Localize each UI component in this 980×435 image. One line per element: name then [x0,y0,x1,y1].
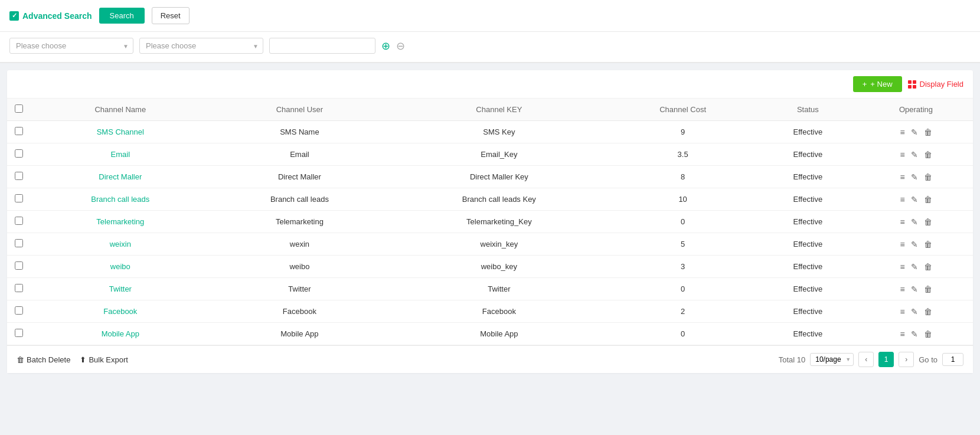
cell-status: Effective [757,143,859,166]
channel-name-link[interactable]: Twitter [109,284,132,293]
current-page-number[interactable]: 1 [878,352,894,367]
channel-name-link[interactable]: weixin [110,240,131,248]
col-status: Status [757,99,859,121]
cell-channel-user: Email [210,143,390,166]
detail-icon[interactable]: ≡ [900,262,904,272]
delete-icon[interactable]: 🗑 [924,329,932,339]
filter-select-2[interactable]: Please choose [139,38,263,54]
batch-delete-button[interactable]: 🗑 Batch Delete [17,355,70,364]
delete-icon[interactable]: 🗑 [924,172,932,182]
row-checkbox[interactable] [15,306,23,315]
cell-status: Effective [757,300,859,323]
cell-channel-key: Twitter [389,278,609,300]
footer-bar: 🗑 Batch Delete ⬆ Bulk Export Total 10 10… [7,345,973,373]
reset-button[interactable]: Reset [152,7,190,24]
edit-icon[interactable]: ✎ [911,262,918,272]
row-checkbox[interactable] [15,239,23,247]
cell-channel-user: SMS Name [210,121,390,143]
table-row: Twitter Twitter Twitter 0 Effective ≡ ✎ … [7,278,973,300]
row-checkbox-cell [7,233,31,256]
detail-icon[interactable]: ≡ [900,150,904,159]
edit-icon[interactable]: ✎ [911,195,918,204]
cell-operating: ≡ ✎ 🗑 [859,188,973,211]
detail-icon[interactable]: ≡ [900,195,904,204]
per-page-wrapper: 10/page 20/page 50/page [810,353,854,366]
edit-icon[interactable]: ✎ [911,240,918,249]
col-channel-cost: Channel Cost [609,99,757,121]
delete-icon[interactable]: 🗑 [924,217,932,227]
channel-name-link[interactable]: Mobile App [102,329,139,338]
goto-input[interactable] [942,353,963,366]
cell-operating: ≡ ✎ 🗑 [859,166,973,188]
detail-icon[interactable]: ≡ [900,172,904,182]
delete-icon[interactable]: 🗑 [924,150,932,159]
row-checkbox[interactable] [15,329,23,337]
col-channel-name: Channel Name [31,99,210,121]
cell-channel-name: Facebook [31,300,210,323]
cell-channel-user: Telemarketing [210,211,390,233]
channel-name-link[interactable]: Direct Maller [99,172,142,181]
bulk-export-button[interactable]: ⬆ Bulk Export [80,355,128,364]
row-checkbox[interactable] [15,261,23,270]
channel-name-link[interactable]: Facebook [103,307,137,316]
table-row: Direct Maller Direct Maller Direct Malle… [7,166,973,188]
delete-icon[interactable]: 🗑 [924,284,932,294]
row-checkbox[interactable] [15,149,23,158]
cell-status: Effective [757,233,859,256]
filter-value-input[interactable] [269,38,375,54]
channel-name-link[interactable]: weibo [110,262,130,271]
next-page-button[interactable]: › [899,352,914,367]
cell-channel-name: Direct Maller [31,166,210,188]
detail-icon[interactable]: ≡ [900,217,904,227]
table-body: SMS Channel SMS Name SMS Key 9 Effective… [7,121,973,345]
grid-icon [908,80,916,89]
edit-icon[interactable]: ✎ [911,217,918,227]
cell-channel-cost: 2 [609,300,757,323]
channel-name-link[interactable]: SMS Channel [97,127,144,136]
table-row: Email Email Email_Key 3.5 Effective ≡ ✎ … [7,143,973,166]
cell-channel-key: SMS Key [389,121,609,143]
channel-name-link[interactable]: Branch call leads [91,195,149,204]
detail-icon[interactable]: ≡ [900,127,904,137]
new-button[interactable]: + + New [853,76,902,92]
edit-icon[interactable]: ✎ [911,172,918,182]
cell-channel-key: weixin_key [389,233,609,256]
delete-icon[interactable]: 🗑 [924,307,932,316]
edit-icon[interactable]: ✎ [911,329,918,339]
delete-icon[interactable]: 🗑 [924,240,932,249]
display-field-button[interactable]: Display Field [908,80,963,89]
row-checkbox[interactable] [15,284,23,292]
detail-icon[interactable]: ≡ [900,284,904,294]
edit-icon[interactable]: ✎ [911,127,918,137]
select-all-checkbox[interactable] [15,104,23,113]
channel-name-link[interactable]: Email [111,150,130,159]
delete-icon[interactable]: 🗑 [924,127,932,137]
per-page-select[interactable]: 10/page 20/page 50/page [810,353,854,366]
cell-channel-name: weibo [31,256,210,278]
row-checkbox[interactable] [15,127,23,135]
cell-channel-cost: 3 [609,256,757,278]
row-checkbox[interactable] [15,217,23,225]
edit-icon[interactable]: ✎ [911,150,918,159]
remove-filter-button[interactable]: ⊖ [396,41,405,51]
detail-icon[interactable]: ≡ [900,329,904,339]
filter-select-1[interactable]: Please choose [9,38,133,54]
channel-name-link[interactable]: Telemarketing [96,217,144,226]
row-checkbox-cell [7,143,31,166]
row-checkbox[interactable] [15,172,23,180]
search-button[interactable]: Search [99,8,145,24]
add-filter-button[interactable]: ⊕ [381,41,390,51]
cell-channel-user: Branch call leads [210,188,390,211]
cell-channel-name: Twitter [31,278,210,300]
detail-icon[interactable]: ≡ [900,307,904,316]
edit-icon[interactable]: ✎ [911,284,918,294]
delete-icon[interactable]: 🗑 [924,262,932,272]
row-checkbox[interactable] [15,194,23,202]
footer-left: 🗑 Batch Delete ⬆ Bulk Export [17,355,128,364]
edit-icon[interactable]: ✎ [911,307,918,316]
detail-icon[interactable]: ≡ [900,240,904,249]
table-row: Telemarketing Telemarketing Telemarketin… [7,211,973,233]
delete-icon[interactable]: 🗑 [924,195,932,204]
advanced-search-checkbox[interactable]: ✓ [9,11,19,21]
prev-page-button[interactable]: ‹ [858,352,874,367]
